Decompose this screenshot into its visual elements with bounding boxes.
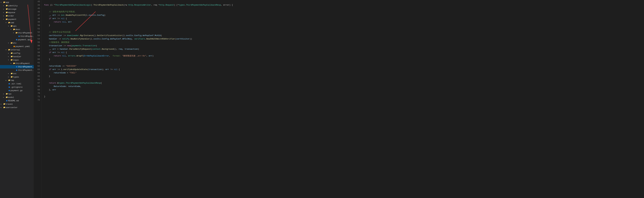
file-icon bbox=[6, 100, 8, 102]
sidebar-item-label: message bbox=[8, 8, 34, 10]
sidebar-item-api[interactable]: api bbox=[0, 24, 34, 28]
sidebar-item-order[interactable]: order bbox=[0, 14, 34, 18]
line-number: 72 bbox=[34, 98, 40, 102]
sidebar-item-.gitignore[interactable]: .gitignore bbox=[0, 86, 34, 89]
sidebar-item-internal[interactable]: internal bbox=[0, 48, 34, 52]
code-line: func (l *ThirdPaymentWxPayCallbackLogic)… bbox=[44, 4, 644, 7]
sidebar-item-usercenter[interactable]: usercenter bbox=[0, 106, 34, 109]
file-icon bbox=[8, 79, 10, 82]
sidebar-item-label: travel bbox=[6, 103, 34, 105]
line-number: 64 bbox=[34, 71, 40, 75]
line-number: 56 bbox=[34, 44, 40, 48]
file-icon bbox=[8, 49, 10, 51]
sidebar-item-payment.api[interactable]: payment.api bbox=[0, 38, 34, 41]
arrow-icon bbox=[8, 25, 10, 27]
sidebar-item-label: thirdPaymentwxPayLogic.go bbox=[18, 69, 34, 72]
sidebar-item-label: payment.yaml bbox=[16, 45, 34, 48]
file-icon bbox=[13, 45, 16, 48]
sidebar-item-message[interactable]: message bbox=[0, 8, 34, 11]
sidebar-item-svc[interactable]: svc bbox=[0, 72, 34, 75]
arrow-icon bbox=[8, 73, 10, 74]
code-line bbox=[44, 98, 644, 102]
file-icon bbox=[3, 106, 6, 108]
sidebar-item-payment.go[interactable]: payment.go bbox=[0, 89, 34, 92]
line-number: 63 bbox=[34, 68, 40, 71]
sidebar-item-label: thirdPayment bbox=[16, 62, 34, 64]
line-number: 55 bbox=[34, 41, 40, 44]
code-line bbox=[44, 0, 644, 4]
line-number: 45 bbox=[34, 7, 40, 10]
sidebar-item-label: .gitignore bbox=[10, 86, 34, 88]
file-icon bbox=[3, 1, 6, 4]
line-number: 46 bbox=[34, 10, 40, 14]
sidebar-item-payment[interactable]: payment bbox=[0, 18, 34, 21]
sidebar-item-.air.toml[interactable]: .air.toml bbox=[0, 82, 34, 86]
sidebar-item-etc[interactable]: etc bbox=[0, 41, 34, 45]
sidebar-item-model[interactable]: model bbox=[0, 96, 34, 99]
file-icon bbox=[10, 76, 13, 78]
file-icon bbox=[13, 62, 16, 64]
sidebar-item-label: internal bbox=[10, 49, 34, 51]
sidebar-item-README.md[interactable]: README.md bbox=[0, 99, 34, 102]
file-icon bbox=[8, 22, 10, 24]
arrow-icon bbox=[3, 96, 6, 98]
line-number: 54 bbox=[34, 37, 40, 41]
sidebar: appidentitymessagemqueueorderpaymentcmda… bbox=[0, 0, 34, 198]
sidebar-item-payment.yaml[interactable]: payment.yaml bbox=[0, 45, 34, 48]
line-number: 51 bbox=[34, 27, 40, 30]
code-line: return nil, err bbox=[44, 20, 644, 24]
arrow-icon bbox=[3, 15, 6, 17]
sidebar-item-logic[interactable]: logic bbox=[0, 58, 34, 62]
file-icon bbox=[10, 25, 13, 27]
code-line: transaction := new(payments.Transaction) bbox=[44, 44, 644, 48]
sidebar-item-thirdPayment2[interactable]: thirdPayment bbox=[0, 62, 34, 65]
code-line: returnCode := "SUCCESS" bbox=[44, 64, 644, 68]
sidebar-item-thirdPaymentWxPayCallbackLogic[interactable]: thirdPaymentWxPayCallbackLogic bbox=[0, 65, 34, 68]
line-number: 52 bbox=[34, 30, 40, 34]
sidebar-item-label: usercenter bbox=[6, 106, 34, 109]
sidebar-item-label: desc bbox=[16, 28, 34, 31]
sidebar-item-thirdPaymentwxPayLogic.go[interactable]: thirdPaymentwxPayLogic.go bbox=[0, 68, 34, 72]
file-icon bbox=[18, 35, 20, 37]
sidebar-item-config[interactable]: config bbox=[0, 52, 34, 55]
file-icon bbox=[10, 59, 13, 61]
file-icon bbox=[8, 90, 10, 92]
file-icon bbox=[6, 18, 8, 20]
arrow-icon bbox=[0, 2, 3, 3]
sidebar-item-label: .air.toml bbox=[10, 83, 34, 85]
sidebar-item-types[interactable]: types bbox=[0, 75, 34, 79]
code-editor: 4344454647484950515253545556575859606162… bbox=[34, 0, 644, 198]
sidebar-item-rpc[interactable]: rpc bbox=[0, 92, 34, 96]
arrow-icon bbox=[6, 22, 8, 24]
sidebar-item-handler[interactable]: handler bbox=[0, 55, 34, 58]
file-icon bbox=[10, 42, 13, 44]
sidebar-item-desc[interactable]: desc bbox=[0, 28, 34, 31]
sidebar-item-thirdPayment[interactable]: thirdPayment bbox=[0, 31, 34, 34]
arrow-icon bbox=[8, 56, 10, 58]
file-icon bbox=[6, 93, 8, 95]
sidebar-item-label: thirdPayment.api bbox=[20, 35, 34, 38]
sidebar-item-app[interactable]: app bbox=[0, 0, 34, 4]
code-editor-area: 4344454647484950515253545556575859606162… bbox=[34, 0, 644, 198]
code-line: //校验签名、解析数据 bbox=[44, 41, 644, 44]
code-line: handler := notify.NewNotifyHandler(l.svc… bbox=[44, 37, 644, 41]
arrow-icon bbox=[6, 80, 8, 81]
code-content[interactable]: func (l *ThirdPaymentWxPayCallbackLogic)… bbox=[42, 0, 644, 198]
sidebar-item-travel[interactable]: travel bbox=[0, 102, 34, 106]
sidebar-item-tmp[interactable]: tmp bbox=[0, 79, 34, 82]
sidebar-item-cmd[interactable]: cmd bbox=[0, 21, 34, 24]
code-line: ReturnCode: returnCode, bbox=[44, 85, 644, 88]
sidebar-item-label: api bbox=[13, 25, 34, 27]
line-number: 47 bbox=[34, 14, 40, 17]
code-line: return &types.ThirdPaymentWxPayCallbackR… bbox=[44, 82, 644, 85]
arrow-icon bbox=[10, 62, 13, 64]
arrow-icon bbox=[10, 28, 13, 30]
sidebar-item-mqueue[interactable]: mqueue bbox=[0, 11, 34, 14]
code-line: certVisitor := downloader.MgrInstance().… bbox=[44, 34, 644, 37]
code-line: returnCode = "FAIL" bbox=[44, 71, 644, 75]
sidebar-item-identity[interactable]: identity bbox=[0, 4, 34, 8]
arrow-icon bbox=[8, 76, 10, 78]
file-icon bbox=[6, 5, 8, 7]
sidebar-item-label: logic bbox=[13, 59, 34, 61]
sidebar-item-thirdPayment.api[interactable]: thirdPayment.api bbox=[0, 34, 34, 38]
